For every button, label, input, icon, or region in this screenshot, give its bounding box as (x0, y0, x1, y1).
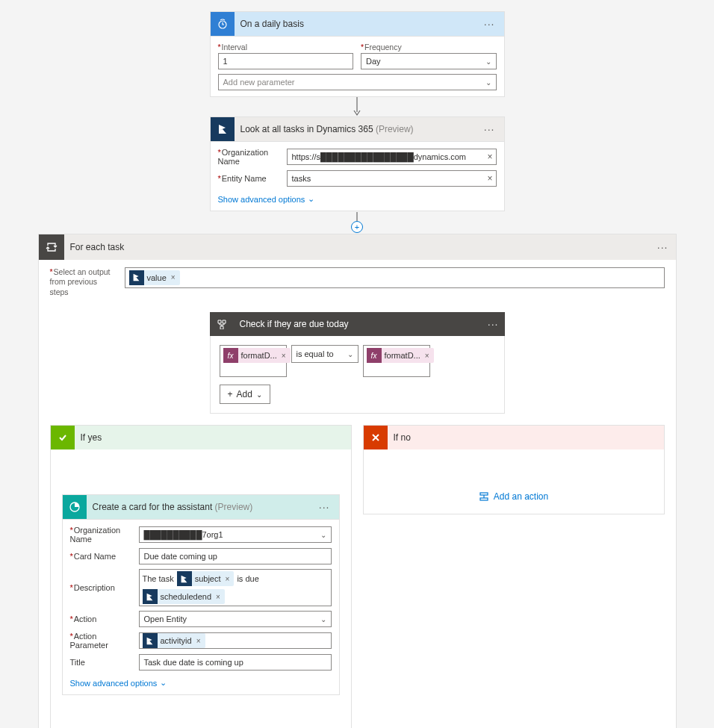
condition-title: Check if they are due today (234, 319, 485, 329)
clear-icon[interactable]: × (487, 152, 492, 162)
formula-pill-right[interactable]: fx formatD... × (367, 348, 434, 363)
condition-menu-icon[interactable]: ··· (485, 318, 505, 330)
flow-arrow (353, 97, 361, 116)
select-output-input[interactable]: value × (125, 267, 665, 288)
assistant-icon (63, 495, 87, 519)
assistant-menu-icon[interactable]: ··· (316, 501, 333, 513)
foreach-title: For each task (64, 242, 654, 252)
chevron-down-icon: ⌄ (485, 78, 491, 87)
interval-label: *Interval (218, 43, 354, 52)
formula-pill-left[interactable]: fx formatD... × (223, 348, 291, 363)
trigger-menu-icon[interactable]: ··· (481, 18, 498, 30)
entity-name-input[interactable]: tasks× (287, 170, 497, 187)
actionparam-label: *Action Parameter (70, 632, 131, 650)
foreach-menu-icon[interactable]: ··· (654, 241, 676, 253)
org-name-input[interactable]: https://s████████████████dynamics.com× (287, 149, 497, 165)
remove-pill-icon[interactable]: × (214, 593, 222, 601)
condition-card: Check if they are due today ··· fx forma… (210, 312, 505, 414)
frequency-label: *Frequency (361, 43, 497, 52)
action-label: *Action (70, 615, 131, 623)
condition-header[interactable]: Check if they are due today ··· (210, 312, 505, 336)
if-yes-header: If yes (51, 426, 351, 449)
assist-org-select[interactable]: ██████████7org1⌄ (139, 526, 332, 543)
cross-icon (364, 426, 388, 449)
description-input[interactable]: The task subject× is due scheduledend× (139, 569, 332, 606)
add-action-icon (479, 491, 489, 502)
fx-icon: fx (223, 348, 238, 363)
dynamics-title: Look at all tasks in Dynamics 365 (Previ… (235, 124, 481, 134)
condition-icon (210, 312, 234, 336)
cardname-label: *Card Name (70, 552, 131, 561)
condition-right-input[interactable]: fx formatD... × (363, 345, 430, 377)
assist-org-label: *Organization Name (70, 526, 131, 544)
svg-rect-7 (480, 493, 488, 495)
if-yes-title: If yes (75, 432, 351, 443)
trigger-header[interactable]: On a daily basis ··· (211, 12, 504, 36)
remove-pill-icon[interactable]: × (423, 352, 431, 360)
chevron-down-icon: ⌄ (256, 391, 262, 399)
svg-rect-8 (480, 498, 488, 500)
chevron-down-icon: ⌄ (160, 678, 167, 688)
trigger-card: On a daily basis ··· *Interval 1 *Freque… (210, 11, 505, 97)
scheduledend-pill[interactable]: scheduledend× (143, 589, 225, 604)
trigger-title: On a daily basis (235, 19, 481, 29)
entity-name-label: *Entity Name (218, 174, 279, 183)
value-pill[interactable]: value × (129, 270, 180, 285)
org-name-label: *Organization Name (218, 148, 279, 166)
action-select[interactable]: Open Entity⌄ (139, 611, 332, 627)
remove-pill-icon[interactable]: × (280, 352, 288, 360)
subject-pill[interactable]: subject× (177, 571, 235, 586)
chevron-down-icon: ⌄ (320, 615, 326, 623)
chevron-down-icon: ⌄ (308, 194, 314, 204)
chevron-down-icon: ⌄ (485, 57, 491, 66)
dynamics-icon (143, 589, 158, 604)
assistant-show-advanced-link[interactable]: Show advanced options ⌄ (70, 678, 167, 688)
chevron-down-icon: ⌄ (320, 531, 326, 539)
fx-icon: fx (367, 348, 382, 363)
show-advanced-link[interactable]: Show advanced options ⌄ (218, 194, 315, 204)
interval-input[interactable]: 1 (218, 53, 354, 69)
dynamics-icon (143, 633, 158, 648)
if-no-branch: If no Add an action (363, 425, 665, 514)
loop-icon (39, 234, 64, 260)
remove-pill-icon[interactable]: × (195, 637, 202, 645)
foreach-card: For each task ··· *Select an output from… (38, 234, 677, 729)
chevron-down-icon: ⌄ (347, 350, 353, 358)
if-no-header: If no (364, 426, 664, 449)
flow-arrow-plus: + (351, 211, 363, 234)
assistant-header[interactable]: Create a card for the assistant (Preview… (63, 495, 339, 519)
actionparam-input[interactable]: activityid× (139, 632, 332, 649)
no-add-action-button[interactable]: Add an action (479, 491, 548, 502)
condition-operator-select[interactable]: is equal to⌄ (291, 345, 358, 363)
condition-left-input[interactable]: fx formatD... × (220, 345, 287, 377)
clear-icon[interactable]: × (487, 173, 492, 184)
dynamics-menu-icon[interactable]: ··· (481, 123, 498, 135)
dynamics-icon (129, 270, 144, 285)
dynamics-icon (211, 117, 235, 141)
title-field-label: Title (70, 658, 131, 667)
description-label: *Description (70, 583, 131, 592)
dynamics-header[interactable]: Look at all tasks in Dynamics 365 (Previ… (211, 117, 504, 141)
activityid-pill[interactable]: activityid× (143, 633, 205, 648)
condition-add-button[interactable]: +Add⌄ (220, 385, 270, 404)
if-no-title: If no (388, 432, 664, 443)
remove-pill-icon[interactable]: × (170, 273, 177, 281)
assistant-card: Create a card for the assistant (Preview… (62, 494, 340, 695)
frequency-select[interactable]: Day⌄ (361, 53, 497, 69)
plus-icon: + (228, 389, 233, 399)
remove-pill-icon[interactable]: × (224, 575, 232, 583)
assistant-title: Create a card for the assistant (Preview… (87, 502, 316, 512)
dynamics-card: Look at all tasks in Dynamics 365 (Previ… (210, 116, 505, 211)
cardname-input[interactable]: Due date coming up (139, 548, 332, 564)
insert-step-button[interactable]: + (351, 221, 363, 233)
check-icon (51, 426, 75, 449)
foreach-header[interactable]: For each task ··· (39, 234, 676, 260)
title-input[interactable]: Task due date is coming up (139, 654, 332, 671)
add-parameter-select[interactable]: Add new parameter⌄ (218, 74, 497, 90)
dynamics-icon (177, 571, 192, 586)
if-yes-branch: If yes Create a card for the assistant (… (50, 425, 352, 728)
select-output-label: *Select an output from previous steps (50, 267, 114, 298)
clock-icon (211, 12, 235, 36)
